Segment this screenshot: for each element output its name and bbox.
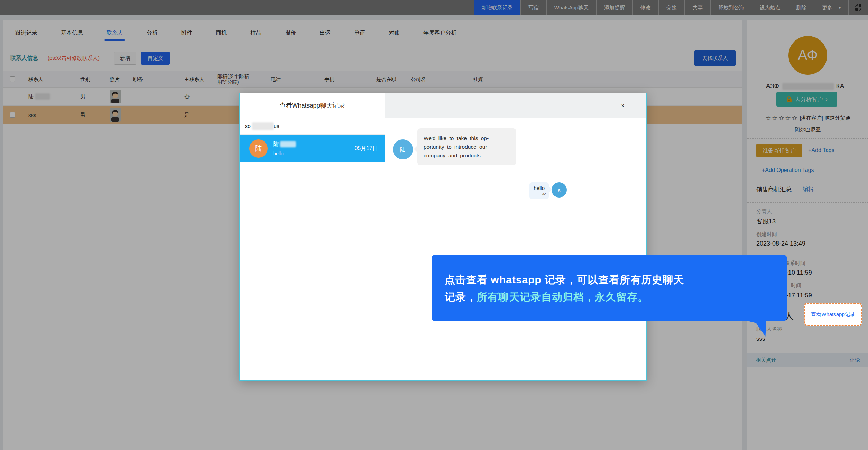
- close-icon[interactable]: x: [621, 102, 625, 109]
- message-text: hello: [534, 185, 545, 191]
- message-line: portunity to introduce our: [424, 143, 510, 151]
- tour-callout: 点击查看 whatsapp 记录，可以查看所有历史聊天 记录，所有聊天记录自动归…: [432, 255, 787, 321]
- outgoing-message-bubble: hello ✓✓: [529, 182, 549, 199]
- whatsapp-chat-modal: 查看Whatsapp聊天记录 so us 陆 陆 hello 05月17日 x …: [239, 93, 647, 381]
- chat-preview: hello: [273, 151, 296, 156]
- callout-line1: 点击查看 whatsapp 记录，可以查看所有历史聊天: [445, 271, 773, 288]
- account-suffix: us: [274, 123, 279, 129]
- redacted-text: [280, 141, 296, 147]
- chat-date: 05月17日: [354, 145, 378, 152]
- message-line: We'd like to take this op-: [424, 134, 510, 143]
- callout-line2-white: 记录，: [445, 291, 477, 303]
- view-whatsapp-records-button[interactable]: 查看Whatsapp记录: [811, 311, 855, 318]
- chat-pane-header: x: [385, 93, 646, 118]
- crm-app: 新增联系记录 写信 WhatsApp聊天 添加提醒 修改 交接 共享 释放到公海…: [0, 0, 868, 450]
- chat-list-item[interactable]: 陆 陆 hello 05月17日: [240, 135, 385, 162]
- incoming-avatar: 陆: [393, 139, 413, 159]
- callout-line2-highlight: 所有聊天记录自动归档，永久留存。: [477, 291, 648, 303]
- redacted-text: [252, 122, 274, 130]
- whatsapp-account: so us: [240, 118, 385, 135]
- chat-message-panel: x 陆 We'd like to take this op- portunity…: [385, 93, 646, 380]
- chat-list-panel: 查看Whatsapp聊天记录 so us 陆 陆 hello 05月17日: [240, 93, 385, 380]
- whatsapp-records-highlight: 查看Whatsapp记录: [804, 303, 862, 326]
- modal-title: 查看Whatsapp聊天记录: [240, 93, 385, 118]
- chat-pane-body: 陆 We'd like to take this op- portunity t…: [385, 118, 646, 380]
- chat-avatar: 陆: [249, 139, 268, 158]
- outgoing-avatar: s: [552, 182, 567, 198]
- account-prefix: so: [245, 123, 251, 129]
- read-receipt-icon: ✓✓: [533, 192, 545, 197]
- chat-name: 陆: [273, 141, 279, 148]
- incoming-message-bubble: We'd like to take this op- portunity to …: [417, 128, 516, 165]
- message-line: company and products.: [424, 151, 510, 160]
